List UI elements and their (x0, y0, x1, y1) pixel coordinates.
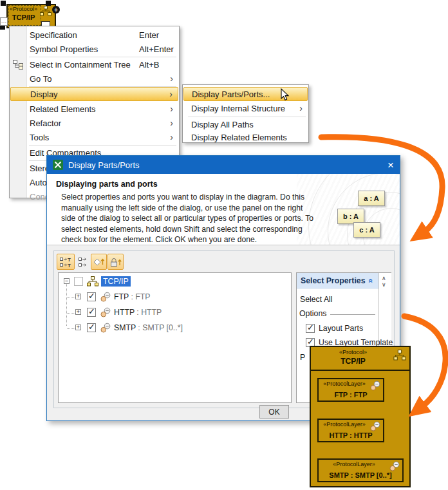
menu-separator (188, 117, 306, 117)
part-stereotype: «ProtocolLayer» (320, 381, 369, 387)
submenu-arrow-icon: › (170, 133, 173, 142)
result-element-header: «Protocol» TCP/IP (311, 347, 409, 371)
checkbox-root[interactable] (74, 277, 83, 286)
select-properties-header[interactable]: Select Properties « (297, 273, 378, 288)
menu-item-label: Symbol Properties (30, 44, 98, 54)
layout-parts-option[interactable]: ✓ Layout Parts (306, 324, 363, 333)
menu-item-go-to[interactable]: Go To › (10, 71, 178, 86)
submenu-item-display-internal-structure[interactable]: Display Internal Structure › (183, 101, 308, 115)
result-element-tcpip[interactable]: «Protocol» TCP/IP «ProtocolLayer» FTP : … (310, 346, 411, 487)
part-icon (370, 421, 381, 431)
select-all-item[interactable]: Select All (300, 295, 333, 304)
display-parts-ports-toolbar-button[interactable]: T T (57, 254, 75, 270)
submenu-item-display-all-paths[interactable]: Display All Paths (183, 118, 308, 131)
display-submenu: Display Parts/Ports... Display Internal … (182, 84, 309, 143)
dialog-title: Display Parts/Ports (68, 160, 140, 170)
preview-box-a: a : A (358, 191, 385, 206)
close-icon[interactable]: × (387, 160, 394, 171)
menu-item-display[interactable]: Display › (10, 87, 178, 101)
options-label: Options (299, 309, 326, 318)
submenu-arrow-icon: › (170, 104, 173, 113)
submenu-item-display-parts-ports[interactable]: Display Parts/Ports... (183, 87, 308, 101)
tree-row-ftp[interactable]: + ✓ FTP : FTP (59, 290, 291, 305)
display-parts-toolbar-button[interactable] (75, 254, 91, 270)
menu-item-refactor[interactable]: Refactor › (10, 116, 178, 130)
tree-root-label[interactable]: TCP/IP (101, 276, 131, 287)
part-icon (389, 461, 400, 471)
menu-item-select-in-containment-tree[interactable]: Select in Containment Tree Alt+B (10, 57, 178, 71)
options-rule (330, 314, 375, 315)
element-name: TCP/IP (8, 14, 39, 21)
menu-item-label: Tools (30, 133, 49, 142)
show-attributes-toolbar-button[interactable] (91, 254, 107, 270)
tree-item-label[interactable]: HTTP : HTTP (114, 308, 162, 317)
internal-structure-icon (87, 276, 98, 287)
preview-box-c: c : A (353, 222, 380, 238)
check-icon: ✓ (88, 291, 95, 301)
checkbox-smtp[interactable]: ✓ (87, 323, 96, 332)
submenu-arrow-icon: › (299, 104, 303, 113)
collapse-chevron-icon[interactable]: « (367, 278, 376, 283)
submenu-item-display-related-elements[interactable]: Display Related Elements (183, 131, 308, 144)
collapse-expander[interactable]: − (64, 278, 70, 284)
check-icon: ✓ (88, 306, 95, 316)
menu-item-related-elements[interactable]: Related Elements › (10, 102, 178, 116)
element-stereotype: «Protocol» (8, 6, 39, 12)
dialog-heading: Displaying parts and ports (56, 180, 158, 189)
show-ports-toolbar-button[interactable] (107, 254, 124, 270)
checkbox-http[interactable]: ✓ (87, 308, 96, 317)
menu-item-label: Display Related Elements (191, 133, 287, 142)
scroll-down-icon[interactable]: ∨ (382, 281, 386, 288)
menu-item-tools[interactable]: Tools › (10, 130, 178, 144)
tree-row-http[interactable]: + ✓ HTTP : HTTP (59, 306, 291, 320)
check-icon: ✓ (307, 323, 314, 332)
check-icon: ✓ (307, 337, 314, 346)
selection-handle[interactable] (46, 1, 51, 6)
menu-item-symbol-properties[interactable]: Symbol Properties Alt+Enter (10, 42, 178, 56)
part-smtp[interactable]: «ProtocolLayer» SMTP : SMTP [0..*] (317, 458, 404, 482)
svg-text:T: T (68, 263, 71, 268)
submenu-arrow-icon: › (169, 90, 173, 99)
tree-item-label[interactable]: FTP : FTP (114, 292, 151, 301)
tree-item-label[interactable]: SMTP : SMTP [0..*] (114, 323, 183, 332)
smart-manipulator-button[interactable]: … (0, 17, 8, 26)
menu-item-label: Auto (30, 178, 47, 187)
checkbox-label: Layout Parts (319, 324, 363, 333)
diamond-up-icon (93, 256, 106, 268)
tree-row-root[interactable]: − TCP/IP (59, 275, 291, 289)
scroll-up-icon[interactable]: ∧ (382, 275, 386, 281)
menu-item-specification[interactable]: Specification Enter (10, 28, 178, 42)
part-name: SMTP : SMTP [0..*] (320, 471, 401, 479)
app-icon (53, 160, 63, 170)
expand-plus-button[interactable]: + (52, 6, 60, 14)
checkbox-layout-parts[interactable]: ✓ (306, 324, 315, 333)
selection-handle[interactable] (1, 1, 6, 6)
part-http[interactable]: «ProtocolLayer» HTTP : HTTP (317, 419, 384, 442)
menu-item-label: Display (30, 90, 58, 99)
menu-shortcut: Enter (139, 30, 159, 40)
dialog-description: Select properties and ports you want to … (61, 192, 313, 245)
screenshot-root: «Protocol» TCP/IP … + Specification Ente… (0, 0, 448, 490)
parts-tree-panel[interactable]: − TCP/IP + ✓ FTP : FTP + ✓ HTTP : HTTP (58, 272, 292, 403)
parts-icon (78, 256, 88, 268)
expand-expander[interactable]: + (75, 325, 81, 330)
tree-row-smtp[interactable]: + ✓ SMTP : SMTP [0..*] (59, 321, 291, 335)
part-icon (100, 292, 111, 302)
part-icon (370, 381, 381, 391)
internal-structure-icon (393, 350, 406, 361)
options-group-label: Options (299, 309, 375, 318)
ok-button[interactable]: OK (259, 405, 289, 419)
menu-item-label: Display All Paths (191, 120, 254, 129)
part-name: HTTP : HTTP (320, 431, 382, 439)
menu-item-label: Display Internal Structure (191, 104, 285, 113)
expand-expander[interactable]: + (75, 294, 81, 299)
expand-expander[interactable]: + (75, 309, 81, 315)
submenu-arrow-icon: › (170, 74, 173, 83)
part-icon (100, 307, 111, 317)
svg-text:T: T (68, 257, 71, 263)
menu-item-label: Display Parts/Ports... (192, 90, 270, 99)
menu-shortcut: Alt+Enter (139, 44, 174, 54)
part-ftp[interactable]: «ProtocolLayer» FTP : FTP (317, 378, 384, 402)
checkbox-ftp[interactable]: ✓ (87, 292, 96, 301)
dialog-titlebar[interactable]: Display Parts/Ports × (47, 156, 400, 174)
